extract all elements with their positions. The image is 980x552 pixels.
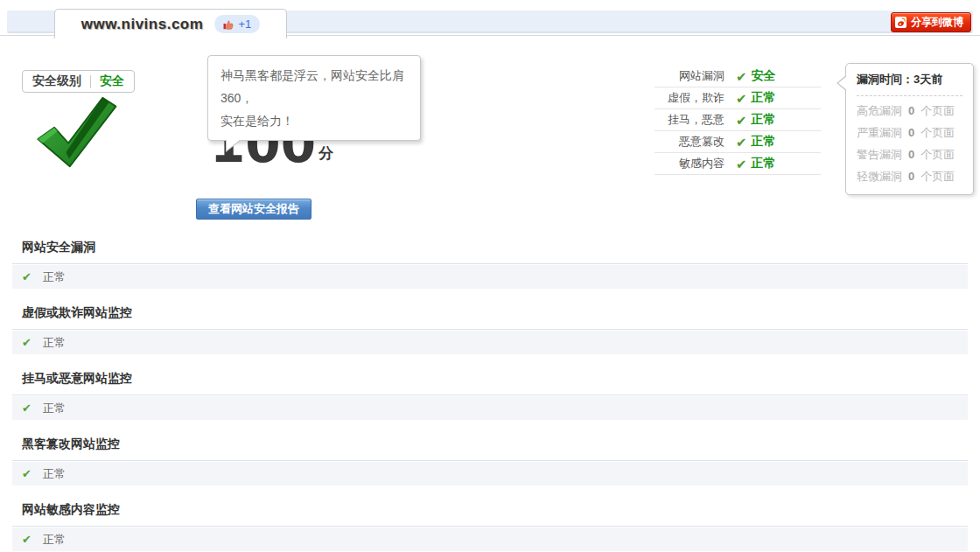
section-title: 网站敏感内容监控 xyxy=(12,495,968,527)
section-title: 虚假或欺诈网站监控 xyxy=(12,298,968,330)
status-value: 正常 xyxy=(752,134,776,150)
speech-bubble: 神马黑客都是浮云，网站安全比肩360， 实在是给力！ xyxy=(207,55,421,141)
vuln-time-panel: 漏洞时间：3天前 高危漏洞 0 个页面 严重漏洞 0 个页面 警告漏洞 0 个页… xyxy=(845,63,974,195)
vuln-panel-title: 漏洞时间：3天前 xyxy=(857,72,962,96)
status-list: 网站漏洞 ✔ 安全 虚假，欺诈 ✔ 正常 挂马，恶意 ✔ 正常 恶意篡改 ✔ 正… xyxy=(654,66,821,175)
status-row-sensitive: 敏感内容 ✔ 正常 xyxy=(654,153,821,175)
vuln-item-label: 高危漏洞 xyxy=(857,100,902,122)
bubble-text-line2: 实在是给力！ xyxy=(220,109,408,132)
vuln-item-unit: 个页面 xyxy=(920,165,955,187)
section-sensitive: 网站敏感内容监控 ✔ 正常 xyxy=(12,495,968,551)
vuln-item-unit: 个页面 xyxy=(920,122,955,143)
section-tamper: 黑客篡改网站监控 ✔ 正常 xyxy=(12,430,968,486)
section-vulnerability: 网站安全漏洞 ✔ 正常 xyxy=(12,233,968,289)
check-icon: ✔ xyxy=(736,92,747,105)
section-status: 正常 xyxy=(43,532,66,548)
check-icon: ✔ xyxy=(22,534,32,545)
view-report-button[interactable]: 查看网站安全报告 xyxy=(196,199,312,220)
site-tab[interactable]: www.nivins.com +1 xyxy=(54,9,287,38)
status-row-phishing: 虚假，欺诈 ✔ 正常 xyxy=(654,87,821,109)
section-title: 挂马或恶意网站监控 xyxy=(12,364,968,395)
badge-divider xyxy=(90,75,91,88)
section-status: 正常 xyxy=(43,269,66,285)
status-row-tamper: 恶意篡改 ✔ 正常 xyxy=(654,131,821,153)
status-label: 挂马，恶意 xyxy=(654,112,724,128)
vuln-item-label: 轻微漏洞 xyxy=(857,165,902,187)
section-status-row: ✔ 正常 xyxy=(12,462,968,486)
check-icon: ✔ xyxy=(22,468,32,479)
score-unit: 分 xyxy=(318,143,333,170)
share-weibo-button[interactable]: 分享到微博 xyxy=(891,12,971,32)
security-report-page: www.nivins.com +1 分享到微博 安全级别 安全 xyxy=(0,0,980,552)
monitor-sections: 网站安全漏洞 ✔ 正常 虚假或欺诈网站监控 ✔ 正常 挂马或恶意网站监控 ✔ 正… xyxy=(0,233,980,552)
vuln-item-severe: 严重漏洞 0 个页面 xyxy=(857,122,962,143)
section-status: 正常 xyxy=(43,335,66,351)
vuln-item-unit: 个页面 xyxy=(920,143,955,165)
thumb-up-icon xyxy=(223,19,234,30)
vuln-item-count: 0 xyxy=(908,143,914,165)
status-value: 安全 xyxy=(752,68,776,84)
vuln-item-count: 0 xyxy=(908,122,914,143)
vuln-item-unit: 个页面 xyxy=(920,100,955,122)
status-row-malware: 挂马，恶意 ✔ 正常 xyxy=(654,109,821,131)
check-icon: ✔ xyxy=(22,271,32,283)
status-value: 正常 xyxy=(752,156,776,171)
plus-one-count: +1 xyxy=(238,17,251,31)
check-icon: ✔ xyxy=(22,402,32,414)
vuln-item-warning: 警告漏洞 0 个页面 xyxy=(857,143,962,165)
vuln-item-high: 高危漏洞 0 个页面 xyxy=(857,100,962,122)
status-value: 正常 xyxy=(752,90,776,106)
check-icon: ✔ xyxy=(736,136,747,149)
weibo-icon xyxy=(895,17,906,28)
security-level-value: 安全 xyxy=(100,73,124,89)
section-status-row: ✔ 正常 xyxy=(12,331,968,354)
bubble-text-line1: 神马黑客都是浮云，网站安全比肩360， xyxy=(220,64,408,109)
vuln-item-label: 警告漏洞 xyxy=(857,143,902,165)
check-icon: ✔ xyxy=(736,157,747,171)
share-weibo-label: 分享到微博 xyxy=(911,15,963,30)
status-label: 敏感内容 xyxy=(654,156,724,171)
vuln-item-count: 0 xyxy=(908,100,914,122)
status-value: 正常 xyxy=(752,112,776,128)
section-status-row: ✔ 正常 xyxy=(12,528,968,551)
site-domain: www.nivins.com xyxy=(81,16,204,33)
status-label: 网站漏洞 xyxy=(654,68,724,84)
vuln-item-count: 0 xyxy=(908,165,914,187)
status-label: 虚假，欺诈 xyxy=(654,90,724,106)
section-malware: 挂马或恶意网站监控 ✔ 正常 xyxy=(12,364,968,420)
section-status-row: ✔ 正常 xyxy=(12,396,968,420)
plus-one-badge[interactable]: +1 xyxy=(214,15,260,33)
section-status: 正常 xyxy=(43,466,66,482)
section-phishing: 虚假或欺诈网站监控 ✔ 正常 xyxy=(12,298,968,354)
section-title: 黑客篡改网站监控 xyxy=(12,430,968,461)
section-status: 正常 xyxy=(43,401,66,416)
status-label: 恶意篡改 xyxy=(654,134,724,150)
status-row-vulnerability: 网站漏洞 ✔ 安全 xyxy=(654,66,821,87)
big-checkmark-icon xyxy=(33,94,119,170)
vuln-item-label: 严重漏洞 xyxy=(857,122,902,143)
check-icon: ✔ xyxy=(736,114,747,127)
security-level-badge: 安全级别 安全 xyxy=(22,70,135,93)
check-icon: ✔ xyxy=(736,70,747,83)
section-status-row: ✔ 正常 xyxy=(12,265,968,289)
vuln-panel-items: 高危漏洞 0 个页面 严重漏洞 0 个页面 警告漏洞 0 个页面 轻微漏洞 0 … xyxy=(857,96,962,187)
security-level-label: 安全级别 xyxy=(32,73,81,89)
check-icon: ✔ xyxy=(22,337,32,348)
section-title: 网站安全漏洞 xyxy=(12,233,968,264)
vuln-item-minor: 轻微漏洞 0 个页面 xyxy=(857,165,962,187)
